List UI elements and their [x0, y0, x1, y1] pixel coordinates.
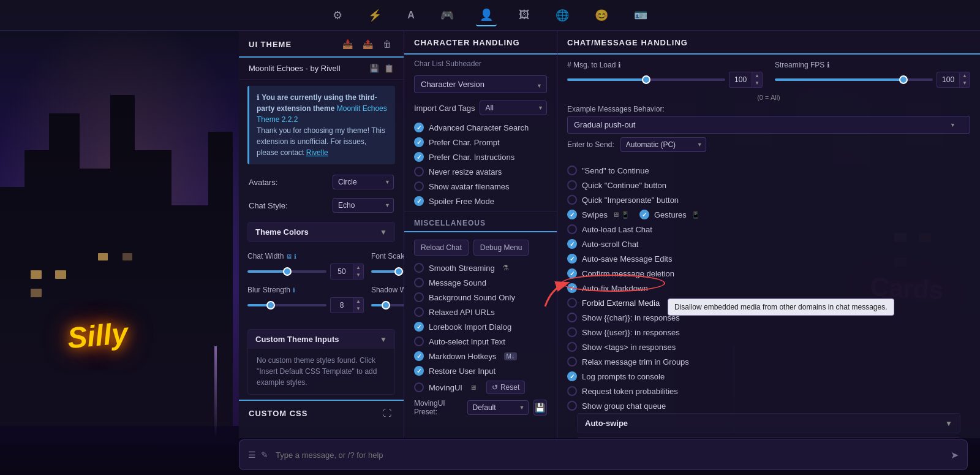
streaming-fps-slider[interactable] [775, 78, 933, 81]
blur-input[interactable]: 8 [331, 300, 353, 311]
movingui-preset-dropdown[interactable]: Default Custom [467, 400, 529, 415]
example-msgs-dropdown[interactable]: Gradual push-out Normal Hidden [567, 116, 970, 134]
nav-icon-lightning[interactable]: ⚡ [364, 5, 385, 26]
checkbox-never-resize[interactable]: Never resize avatars [404, 164, 557, 179]
chat-width-info-icon[interactable]: 🖥 ℹ [286, 253, 296, 260]
nav-icon-text[interactable]: A [404, 6, 418, 25]
nav-icon-card[interactable]: 🪪 [630, 5, 651, 26]
checkbox-restore-user-input[interactable]: Restore User Input [404, 363, 557, 378]
custom-theme-title: Custom Theme Inputs [255, 335, 339, 344]
msgs-up[interactable]: ▲ [752, 72, 762, 80]
chat-width-up[interactable]: ▲ [353, 264, 363, 272]
enter-to-send-dropdown[interactable]: Automatic (PC) Enter Shift+Enter [620, 137, 706, 152]
checkbox-auto-save-edits[interactable]: Auto-save Message Edits [557, 251, 980, 266]
font-scale-slider[interactable] [371, 270, 404, 273]
custom-theme-header[interactable]: Custom Theme Inputs ▼ [248, 330, 394, 349]
checkbox-confirm-deletion[interactable]: Confirm message deletion [557, 266, 980, 281]
streaming-fps-group: Streaming FPS ℹ ▲ ▼ [775, 61, 970, 88]
checkbox-auto-scroll[interactable]: Auto-scroll Chat [557, 237, 980, 251]
chat-width-down[interactable]: ▼ [353, 272, 363, 279]
font-scale-label: Font Scale ℹ [371, 252, 404, 260]
nav-icon-gamepad[interactable]: 🎮 [437, 5, 458, 26]
moving-ui-reset-button[interactable]: ↺ Reset [486, 381, 525, 394]
checkbox-show-filenames-indicator [414, 181, 424, 191]
theme-share-icon[interactable]: 📋 [384, 64, 394, 73]
export-theme-icon[interactable]: 📤 [360, 38, 375, 50]
checkbox-smooth-streaming[interactable]: Smooth Streaming ⚗ [404, 260, 557, 275]
import-theme-icon[interactable]: 📥 [340, 38, 355, 50]
fps-up[interactable]: ▲ [960, 72, 970, 80]
msgs-info-icon[interactable]: ℹ [618, 61, 621, 69]
msgs-to-load-slider[interactable] [567, 78, 725, 81]
checkbox-show-user-responses[interactable]: Show {{user}}: in responses [557, 325, 980, 340]
chat-style-row: Chat Style: Echo Default Bubbles [239, 194, 404, 217]
debug-menu-button[interactable]: Debug Menu [473, 240, 529, 256]
checkbox-moving-ui[interactable]: MovingUI 🖥 ↺ Reset [404, 378, 557, 397]
chat-bar-icons: ☰ ✎ [248, 450, 268, 460]
checkbox-quick-continue[interactable]: Quick "Continue" button [557, 178, 980, 192]
theme-colors-header[interactable]: Theme Colors ▼ [248, 222, 394, 241]
import-tags-dropdown[interactable]: All None Ask [480, 101, 547, 115]
checkbox-show-char-responses[interactable]: Show {{char}}: in responses [557, 310, 980, 325]
checkbox-bg-sound-only[interactable]: Background Sound Only [404, 290, 557, 305]
info-contact-link[interactable]: Rivelle [306, 148, 328, 157]
blur-down[interactable]: ▼ [353, 305, 363, 313]
theme-save-icon[interactable]: 💾 [369, 64, 379, 73]
chat-edit-icon[interactable]: ✎ [261, 450, 268, 460]
checkbox-message-sound[interactable]: Message Sound [404, 275, 557, 290]
custom-css-expand-icon[interactable]: ⛶ [380, 407, 394, 419]
checkbox-auto-save-edits-label: Auto-save Message Edits [582, 254, 672, 264]
checkbox-lorebook-import[interactable]: Lorebook Import Dialog [404, 319, 557, 334]
checkbox-prefer-char-instructions[interactable]: Prefer Char. Instructions [404, 150, 557, 164]
fps-input[interactable] [937, 74, 959, 85]
checkbox-auto-fix-markdown[interactable]: Auto-fix Markdown [557, 281, 980, 295]
send-icon[interactable]: ➤ [951, 449, 959, 461]
checkbox-auto-fix-markdown-indicator [567, 283, 577, 293]
msgs-down[interactable]: ▼ [752, 80, 762, 87]
avatars-dropdown[interactable]: Circle Square None [333, 175, 394, 189]
movingui-preset-wrapper: Default Custom [467, 400, 529, 415]
blur-up[interactable]: ▲ [353, 298, 363, 305]
chat-menu-icon[interactable]: ☰ [248, 450, 256, 460]
checkbox-send-continue[interactable]: "Send" to Continue [557, 163, 980, 178]
char-version-dropdown[interactable]: Character Version Name Date [414, 75, 547, 93]
blur-strength-slider[interactable] [247, 304, 326, 306]
auto-continue-header[interactable]: Auto-Continue ▼ [578, 438, 960, 438]
checkbox-relax-trim-groups[interactable]: Relax message trim in Groups [557, 354, 980, 369]
checkbox-show-group-queue[interactable]: Show group chat queue [557, 398, 980, 413]
chat-style-dropdown[interactable]: Echo Default Bubbles [333, 198, 394, 213]
chat-input[interactable] [276, 450, 943, 460]
reload-chat-button[interactable]: Reload Chat [414, 240, 469, 256]
auto-swipe-header[interactable]: Auto-swipe ▼ [578, 414, 960, 433]
movingui-save-button[interactable]: 💾 [533, 400, 547, 416]
misc-title: MISCELLANEOUS [414, 219, 486, 227]
nav-icon-person-settings[interactable]: 👤 [476, 4, 497, 26]
shadow-width-slider[interactable] [371, 304, 404, 306]
checkbox-auto-select-input[interactable]: Auto-select Input Text [404, 334, 557, 349]
checkbox-relaxed-api[interactable]: Relaxed API URLs [404, 305, 557, 319]
checkbox-forbid-external[interactable]: Forbid External Media [557, 295, 980, 310]
checkbox-adv-char-search[interactable]: Advanced Character Search [404, 120, 557, 135]
blur-info-icon[interactable]: ℹ [293, 287, 295, 294]
chat-width-slider[interactable] [247, 270, 326, 273]
checkbox-show-filenames[interactable]: Show avatar filenames [404, 179, 557, 194]
checkbox-show-group-indicator [567, 401, 577, 411]
checkbox-auto-load-last[interactable]: Auto-load Last Chat [557, 222, 980, 237]
checkbox-quick-impersonate[interactable]: Quick "Impersonate" button [557, 192, 980, 207]
checkbox-request-token-prob[interactable]: Request token probabilities [557, 384, 980, 398]
nav-icon-emoji[interactable]: 😊 [591, 5, 612, 26]
checkbox-spoiler-free[interactable]: Spoiler Free Mode [404, 194, 557, 208]
nav-icon-image[interactable]: 🖼 [515, 5, 533, 25]
checkbox-prefer-char-prompt[interactable]: Prefer Char. Prompt [404, 135, 557, 150]
checkbox-send-continue-indicator [567, 165, 577, 175]
fps-down[interactable]: ▼ [960, 80, 970, 87]
nav-icon-sliders[interactable]: ⚙ [329, 5, 346, 26]
checkbox-markdown-hotkeys[interactable]: Markdown Hotkeys M↓ [404, 349, 557, 363]
msgs-input[interactable] [729, 74, 752, 85]
delete-theme-icon[interactable]: 🗑 [380, 38, 394, 50]
nav-icon-extensions[interactable]: 🌐 [552, 5, 573, 26]
chat-width-input[interactable]: 50 [331, 266, 353, 277]
checkbox-show-tags-responses[interactable]: Show <tags> in responses [557, 340, 980, 354]
streaming-fps-info-icon[interactable]: ℹ [827, 61, 830, 69]
checkbox-log-prompts[interactable]: Log prompts to console [557, 369, 980, 384]
